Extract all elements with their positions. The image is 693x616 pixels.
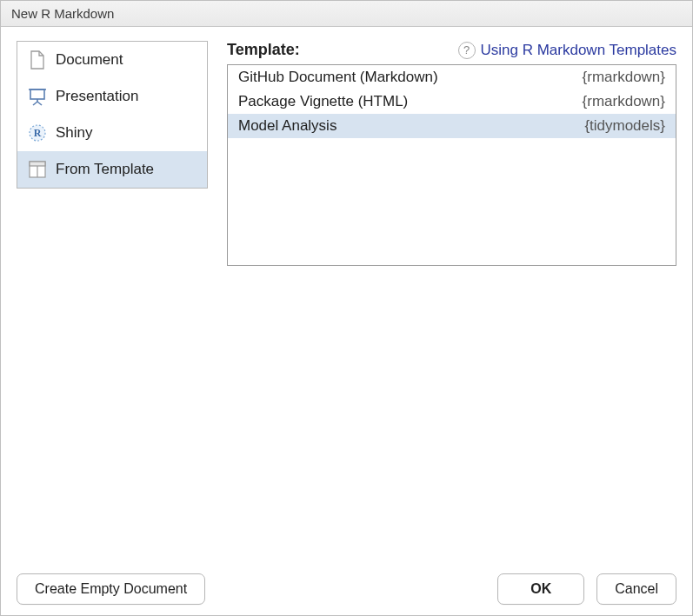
template-pane: Template: ? Using R Markdown Templates G… xyxy=(227,41,676,266)
template-section-label: Template: xyxy=(227,41,300,59)
svg-text:R: R xyxy=(34,127,42,139)
dialog-body: Document Presentation xyxy=(1,27,692,615)
template-row-package-vignette[interactable]: Package Vignette (HTML) {rmarkdown} xyxy=(228,89,676,114)
help-icon: ? xyxy=(458,42,476,59)
new-r-markdown-dialog: New R Markdown Document xyxy=(0,0,693,616)
sidebar-item-shiny[interactable]: R Shiny xyxy=(17,115,207,151)
dialog-button-bar: Create Empty Document OK Cancel xyxy=(17,561,676,605)
ok-button[interactable]: OK xyxy=(497,573,584,605)
help-link-text: Using R Markdown Templates xyxy=(481,42,677,59)
sidebar-item-label: From Template xyxy=(56,161,154,178)
create-empty-document-button[interactable]: Create Empty Document xyxy=(17,573,205,605)
dialog-main-row: Document Presentation xyxy=(17,41,676,266)
template-icon xyxy=(28,160,47,179)
sidebar-item-label: Document xyxy=(56,51,123,69)
sidebar-item-presentation[interactable]: Presentation xyxy=(17,78,207,115)
presentation-icon xyxy=(28,87,47,106)
template-list[interactable]: GitHub Document (Markdown) {rmarkdown} P… xyxy=(227,64,676,266)
template-name: Package Vignette (HTML) xyxy=(238,93,408,110)
sidebar-item-label: Shiny xyxy=(56,124,93,142)
sidebar-item-document[interactable]: Document xyxy=(17,42,207,78)
template-row-model-analysis[interactable]: Model Analysis {tidymodels} xyxy=(228,114,676,138)
shiny-icon: R xyxy=(28,123,47,142)
template-package: {tidymodels} xyxy=(584,117,665,135)
dialog-title: New R Markdown xyxy=(11,6,114,21)
dialog-titlebar: New R Markdown xyxy=(1,1,692,27)
template-name: GitHub Document (Markdown) xyxy=(238,69,438,86)
template-package: {rmarkdown} xyxy=(583,93,665,110)
svg-line-4 xyxy=(37,102,42,105)
template-row-github-document[interactable]: GitHub Document (Markdown) {rmarkdown} xyxy=(228,65,676,89)
category-sidebar: Document Presentation xyxy=(17,41,208,189)
sidebar-item-from-template[interactable]: From Template xyxy=(17,151,207,188)
sidebar-item-label: Presentation xyxy=(56,88,138,105)
cancel-button[interactable]: Cancel xyxy=(596,573,676,605)
svg-line-3 xyxy=(33,102,37,105)
template-name: Model Analysis xyxy=(238,117,337,135)
using-templates-help-link[interactable]: ? Using R Markdown Templates xyxy=(458,42,677,59)
svg-rect-8 xyxy=(30,162,45,166)
template-package: {rmarkdown} xyxy=(583,69,665,86)
document-icon xyxy=(28,50,47,70)
svg-rect-0 xyxy=(30,89,44,99)
template-header: Template: ? Using R Markdown Templates xyxy=(227,41,676,59)
